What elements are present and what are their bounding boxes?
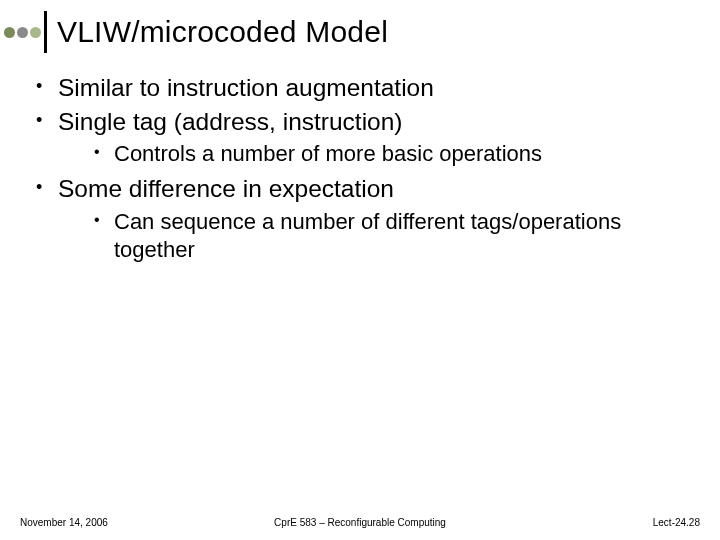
slide-header: VLIW/microcoded Model — [0, 8, 720, 56]
bullet-list: Similar to instruction augmentation Sing… — [30, 73, 690, 264]
footer-date: November 14, 2006 — [20, 517, 108, 528]
slide-title: VLIW/microcoded Model — [57, 15, 388, 49]
dot-icon — [30, 27, 41, 38]
footer-course: CprE 583 – Reconfigurable Computing — [20, 517, 700, 528]
list-item-text: Some difference in expectation — [58, 175, 394, 202]
dot-icon — [4, 27, 15, 38]
slide-body: Similar to instruction augmentation Sing… — [30, 70, 690, 270]
footer-slide-number: Lect-24.28 — [653, 517, 700, 528]
list-item-text: Single tag (address, instruction) — [58, 108, 403, 135]
list-item: Single tag (address, instruction) Contro… — [30, 107, 690, 169]
dot-icon — [17, 27, 28, 38]
vertical-rule-icon — [44, 11, 47, 53]
bullet-sublist: Can sequence a number of different tags/… — [58, 208, 690, 264]
list-item: Similar to instruction augmentation — [30, 73, 690, 104]
list-item: Can sequence a number of different tags/… — [88, 208, 690, 264]
decorative-dots — [4, 27, 41, 38]
list-item: Controls a number of more basic operatio… — [88, 140, 690, 168]
bullet-sublist: Controls a number of more basic operatio… — [58, 140, 690, 168]
slide-footer: November 14, 2006 CprE 583 – Reconfigura… — [20, 517, 700, 528]
list-item: Some difference in expectation Can seque… — [30, 174, 690, 264]
slide: VLIW/microcoded Model Similar to instruc… — [0, 0, 720, 540]
